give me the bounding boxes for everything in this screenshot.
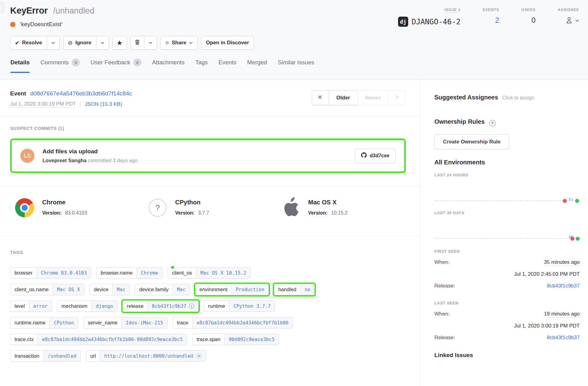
- tag-value-link[interactable]: django: [96, 304, 113, 309]
- sparkline-bar: [571, 199, 573, 201]
- stat-events: EVENTS 2: [483, 7, 499, 25]
- skip-to-last-icon: [395, 95, 399, 101]
- skip-to-latest-button[interactable]: [388, 90, 405, 105]
- tag-key: trace.ctx: [10, 334, 38, 345]
- share-button[interactable]: Share: [161, 36, 197, 49]
- context-runtime: ? CPython Version: 3.7.7: [148, 198, 281, 218]
- tag-value-link[interactable]: Chrome: [141, 270, 158, 276]
- tag-value-link[interactable]: e8c87ba1dc494bb2a4346bcfbf7b1b06: [197, 320, 289, 326]
- tab-similar-issues[interactable]: Similar Issues: [278, 58, 314, 73]
- event-contexts: Chrome Version: 83.0.4103 ? CPython Vers…: [0, 186, 420, 236]
- tab-label: User Feedback: [91, 59, 130, 66]
- chrome-icon: [15, 198, 34, 217]
- chevron-down-icon: [101, 42, 104, 44]
- issue-short-id[interactable]: DJANGO-46-2: [412, 18, 461, 26]
- tab-tags[interactable]: Tags: [195, 58, 208, 73]
- tag-value-link[interactable]: /unhandled: [48, 353, 76, 359]
- last-seen-release-link[interactable]: 8cb43f1c9b37: [547, 335, 580, 341]
- tag-row: client_os.name Mac OS X device Mac devic…: [10, 284, 405, 295]
- context-name: CPython: [175, 199, 209, 206]
- tag-value-link[interactable]: CPython 3.7.7: [233, 304, 271, 309]
- delete-button[interactable]: [131, 36, 144, 49]
- tag-value-link[interactable]: Mac OS X 10.15.2: [200, 270, 246, 276]
- events-count[interactable]: 2: [483, 16, 499, 25]
- tag-mechanism: mechanism django: [57, 300, 117, 312]
- suspect-commit-card: LS Add files via upload Lovepreet Sangha…: [10, 139, 406, 173]
- tab-comments[interactable]: Comments 0: [40, 58, 80, 73]
- tag-value-link[interactable]: CPython: [54, 320, 74, 326]
- tag-device-family: device.family Mac: [135, 284, 190, 295]
- tag-value-link[interactable]: Production: [236, 287, 264, 292]
- last-seen-heading: LAST SEEN: [434, 301, 580, 305]
- issue-header: KeyError /unhandled 'keyDoesntExist' ISS…: [0, 0, 588, 80]
- resolve-button[interactable]: ✔ Resolve: [10, 36, 47, 49]
- last-24-hours-label: LAST 24 HOURS: [434, 173, 580, 177]
- first-seen-release-link[interactable]: 8cb43f1c9b37: [547, 283, 580, 289]
- tag-row: level error mechanism django release 8cb…: [10, 300, 405, 312]
- all-environments-title: All Environments: [434, 159, 580, 166]
- open-in-discover-button[interactable]: Open in Discover: [201, 36, 254, 49]
- tag-handled-highlighted: handled no: [274, 284, 315, 295]
- external-link-icon[interactable]: ↗: [196, 353, 202, 359]
- create-ownership-rule-button[interactable]: Create Ownership Rule: [434, 135, 509, 149]
- tab-details[interactable]: Details: [10, 58, 30, 73]
- tag-value-link[interactable]: Mac: [117, 287, 125, 292]
- event-label: Event: [10, 90, 26, 97]
- tag-level: level error: [10, 300, 52, 312]
- last-seen-relative-time: 19 minutes ago: [544, 311, 580, 318]
- suspect-commits-heading: SUSPECT COMMITS (1): [10, 126, 405, 131]
- ignore-dropdown-button[interactable]: [96, 36, 109, 49]
- tag-value-link[interactable]: error: [33, 304, 48, 309]
- tag-trace: trace e8c87ba1dc494bb2a4346bcfbf7b1b06: [173, 317, 293, 328]
- raw-json-link[interactable]: JSON (15.3 KB): [85, 101, 122, 107]
- tab-events[interactable]: Events: [219, 58, 236, 73]
- tag-value-link[interactable]: no: [305, 287, 311, 292]
- tag-value-link[interactable]: http://localhost:8000/unhandled: [104, 353, 193, 359]
- tag-row: browser Chrome 83.0.4103 browser.name Ch…: [10, 267, 405, 279]
- resolve-button-group: ✔ Resolve: [10, 36, 60, 50]
- context-os: Mac OS X Version: 10.15.2: [281, 198, 414, 218]
- tag-value-link[interactable]: 8cb43f1c9b37: [152, 304, 186, 309]
- chevron-down-icon: [149, 42, 152, 44]
- stat-assignee: ASSIGNEE: [558, 7, 579, 25]
- tag-value-link[interactable]: Mac: [177, 287, 186, 292]
- newer-event-button[interactable]: Newer: [357, 90, 389, 105]
- resolve-label: Resolve: [22, 40, 42, 46]
- commit-sha-button[interactable]: d3d7cee: [355, 149, 396, 163]
- delete-dropdown-button[interactable]: [144, 36, 157, 49]
- resolve-dropdown-button[interactable]: [47, 36, 59, 49]
- context-name: Chrome: [42, 199, 87, 206]
- tab-attachments[interactable]: Attachments: [152, 58, 185, 73]
- event-id-link[interactable]: d08d7667e4a5476eb3b3db6d7f14c84c: [30, 90, 132, 97]
- help-question-icon[interactable]: ?: [489, 120, 496, 127]
- bookmark-star-button[interactable]: ★: [113, 36, 127, 49]
- older-event-button[interactable]: Older: [329, 90, 358, 105]
- check-icon: ✔: [15, 40, 19, 46]
- tag-key: level: [10, 301, 29, 312]
- info-icon[interactable]: i: [189, 304, 194, 309]
- tag-key: transaction: [10, 351, 44, 361]
- tag-value-link[interactable]: Mac OS X: [57, 287, 80, 292]
- oldest-event-button[interactable]: [312, 90, 329, 105]
- tag-value-link[interactable]: Chrome 83.0.4103: [41, 270, 87, 276]
- tag-key: client_os: [168, 267, 196, 278]
- feedback-count-badge: 0: [133, 58, 141, 66]
- ignore-button[interactable]: ⊘ Ignore: [63, 36, 96, 49]
- issue-stats: ISSUE # dj DJANGO-46-2 EVENTS 2 USERS 0 …: [376, 6, 579, 27]
- tab-merged[interactable]: Merged: [247, 58, 267, 73]
- assignee-dropdown-button[interactable]: [565, 16, 579, 25]
- tag-key: url: [86, 351, 100, 361]
- tab-user-feedback[interactable]: User Feedback 0: [91, 58, 141, 73]
- first-seen-heading: FIRST SEEN: [434, 249, 580, 254]
- tag-value-link[interactable]: Idos-iMac-215: [126, 320, 163, 326]
- tags-section: TAGS browser Chrome 83.0.4103 browser.na…: [0, 236, 420, 362]
- tab-label: Attachments: [152, 59, 185, 66]
- tag-value-link[interactable]: 90d892c9eace3bc5: [229, 337, 275, 342]
- sparkline-baseline: [434, 238, 580, 239]
- last-seen-date: Jul 1, 2020 3:00:19 PM PDT: [434, 323, 580, 329]
- users-count[interactable]: 0: [522, 16, 536, 25]
- click-to-assign-hint: Click to assign: [502, 95, 534, 100]
- github-icon: [361, 152, 367, 159]
- tag-runtime: runtime CPython 3.7.7: [204, 300, 275, 312]
- tag-value-link[interactable]: e8c87ba1dc494bb2a4346bcfbf7b1b06-90d892c…: [42, 337, 183, 342]
